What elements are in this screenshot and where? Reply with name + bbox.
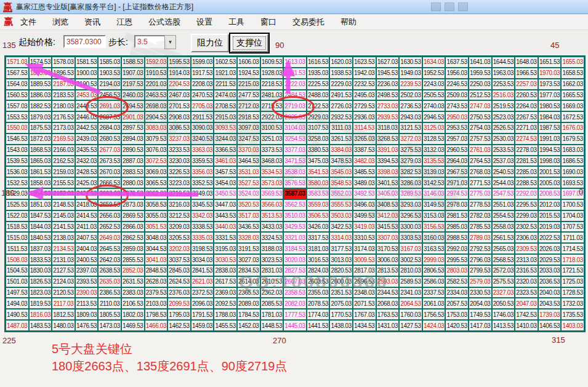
- gann-cell-r8-c5[interactable]: 2890.53: [122, 145, 144, 155]
- gann-cell-r7-c9[interactable]: 3244.03: [214, 134, 236, 144]
- gann-cell-r17-c23[interactable]: 2026.03: [539, 244, 561, 253]
- gann-cell-r0-c19[interactable]: 1637.53: [446, 57, 468, 67]
- gann-cell-r23-c22[interactable]: 1742.53: [515, 309, 538, 319]
- gann-cell-r11-c1[interactable]: 1858.03: [30, 178, 52, 188]
- gann-cell-r4-c15[interactable]: 2729.53: [353, 101, 376, 111]
- gann-cell-r22-c5[interactable]: 2106.53: [122, 298, 144, 308]
- gann-cell-r10-c4[interactable]: 2670.03: [99, 167, 121, 177]
- gann-cell-r10-c2[interactable]: 2159.03: [52, 167, 75, 177]
- gann-cell-r5-c8[interactable]: 2911.53: [191, 112, 214, 122]
- gann-cell-r14-c23[interactable]: 2015.53: [539, 211, 561, 221]
- gann-cell-r22-c7[interactable]: 2099.53: [168, 298, 190, 308]
- gann-cell-r13-c11[interactable]: 3566.03: [261, 200, 283, 210]
- gann-cell-r15-c16[interactable]: 3415.53: [377, 222, 399, 232]
- gann-cell-r8-c24[interactable]: 1683.03: [562, 145, 584, 155]
- gann-cell-r9-c4[interactable]: 2673.53: [99, 156, 121, 166]
- gann-cell-r15-c14[interactable]: 3422.53: [330, 222, 352, 232]
- gann-cell-r2-c23[interactable]: 1973.53: [539, 79, 561, 89]
- gann-cell-r5-c12[interactable]: 2925.53: [284, 112, 306, 122]
- gann-cell-r11-c10[interactable]: 3527.53: [238, 178, 260, 188]
- gann-cell-r21-c7[interactable]: 2376.03: [168, 288, 190, 298]
- gann-cell-r13-c1[interactable]: 1851.03: [30, 200, 52, 210]
- gann-cell-r22-c6[interactable]: 2103.03: [145, 298, 167, 308]
- gann-cell-r16-c8[interactable]: 3335.03: [191, 233, 214, 242]
- gann-cell-r0-c6[interactable]: 1592.03: [145, 57, 167, 67]
- gann-cell-r16-c16[interactable]: 3307.03: [377, 233, 399, 242]
- gann-cell-r14-c1[interactable]: 1847.53: [30, 211, 52, 221]
- gann-cell-r2-c19[interactable]: 2246.53: [446, 79, 468, 89]
- gann-cell-r18-c15[interactable]: 3009.53: [353, 255, 376, 265]
- gann-cell-r18-c23[interactable]: 2029.53: [539, 255, 561, 265]
- gann-cell-r9-c5[interactable]: 2887.03: [122, 156, 144, 166]
- gann-cell-r22-c11[interactable]: 2085.53: [261, 298, 283, 308]
- gann-cell-r12-c16[interactable]: 3405.03: [377, 189, 399, 199]
- gann-cell-r21-c1[interactable]: 1823.03: [30, 288, 52, 298]
- gann-cell-r21-c15[interactable]: 2348.03: [353, 288, 376, 298]
- gann-cell-r18-c24[interactable]: 1718.03: [562, 255, 584, 265]
- gann-cell-r3-c11[interactable]: 2481.03: [261, 90, 283, 100]
- gann-cell-r6-c14[interactable]: 3111.03: [330, 123, 352, 133]
- gann-cell-r7-c23[interactable]: 1991.03: [539, 134, 561, 144]
- gann-cell-r23-c11[interactable]: 1781.03: [261, 309, 283, 319]
- gann-cell-r15-c22[interactable]: 2302.53: [515, 222, 538, 232]
- gann-cell-r9-c7[interactable]: 3230.03: [168, 156, 190, 166]
- gann-cell-r18-c18[interactable]: 2999.03: [423, 255, 445, 265]
- gann-cell-r18-c14[interactable]: 3013.03: [330, 255, 352, 265]
- gann-cell-r20-c6[interactable]: 2628.03: [145, 277, 167, 287]
- gann-cell-r14-c3[interactable]: 2414.53: [76, 211, 98, 221]
- gann-cell-r24-c4[interactable]: 1473.03: [99, 321, 121, 330]
- gann-cell-r23-c5[interactable]: 1802.03: [122, 309, 144, 319]
- gann-cell-r6-c23[interactable]: 1987.53: [539, 123, 561, 133]
- gann-cell-r5-c23[interactable]: 1984.03: [539, 112, 561, 122]
- gann-cell-r14-c11[interactable]: 3513.53: [261, 211, 283, 221]
- gann-cell-r6-c17[interactable]: 3121.53: [400, 123, 422, 133]
- gann-cell-r6-c8[interactable]: 3090.03: [191, 123, 214, 133]
- gann-cell-r7-c24[interactable]: 1679.53: [562, 134, 584, 144]
- gann-cell-r16-c3[interactable]: 2407.53: [76, 233, 98, 242]
- gann-cell-r15-c1[interactable]: 1844.03: [30, 222, 52, 232]
- gann-cell-r22-c8[interactable]: 2096.03: [191, 298, 214, 308]
- gann-cell-r16-c1[interactable]: 1840.53: [30, 233, 52, 242]
- gann-cell-r11-c18[interactable]: 3142.53: [423, 178, 445, 188]
- gann-cell-r1-c17[interactable]: 1949.03: [400, 68, 422, 78]
- gann-cell-r10-c11[interactable]: 3534.53: [261, 167, 283, 177]
- gann-cell-r14-c19[interactable]: 2981.53: [446, 211, 468, 221]
- gann-cell-r20-c1[interactable]: 1826.53: [30, 277, 52, 287]
- gann-cell-r21-c14[interactable]: 2351.53: [330, 288, 352, 298]
- gann-cell-r15-c6[interactable]: 3051.53: [145, 222, 167, 232]
- gann-cell-r10-c19[interactable]: 2967.53: [446, 167, 468, 177]
- gann-cell-r5-c24[interactable]: 1672.53: [562, 112, 584, 122]
- gann-cell-r6-c21[interactable]: 2526.53: [493, 123, 515, 133]
- gann-cell-r5-c9[interactable]: 2915.03: [214, 112, 236, 122]
- gann-cell-r13-c6[interactable]: 3058.53: [145, 200, 167, 210]
- gann-cell-r9-c11[interactable]: 3468.03: [261, 156, 283, 166]
- gann-cell-r1-c14[interactable]: 1938.53: [330, 68, 352, 78]
- gann-cell-r8-c14[interactable]: 3384.03: [330, 145, 352, 155]
- gann-cell-r23-c10[interactable]: 1784.53: [238, 309, 260, 319]
- gann-cell-r3-c5[interactable]: 2460.03: [122, 90, 144, 100]
- gann-cell-r1-c19[interactable]: 1956.03: [446, 68, 468, 78]
- gann-cell-r6-c9[interactable]: 3093.53: [214, 123, 236, 133]
- gann-cell-r20-c24[interactable]: 1725.03: [562, 277, 584, 287]
- gann-cell-r7-c2[interactable]: 2169.53: [52, 134, 75, 144]
- gann-cell-r15-c3[interactable]: 2411.03: [76, 222, 98, 232]
- gann-cell-r17-c3[interactable]: 2404.03: [76, 244, 98, 253]
- gann-cell-r24-c16[interactable]: 1431.03: [377, 321, 399, 330]
- gann-cell-r12-c12[interactable]: 3587.03: [284, 189, 306, 199]
- gann-cell-r21-c22[interactable]: 2323.53: [515, 288, 538, 298]
- gann-cell-r11-c2[interactable]: 2155.53: [52, 178, 75, 188]
- gann-cell-r5-c13[interactable]: 2929.03: [307, 112, 329, 122]
- gann-cell-r11-c11[interactable]: 3573.03: [261, 178, 283, 188]
- gann-cell-r6-c20[interactable]: 2754.03: [469, 123, 491, 133]
- gann-cell-r2-c7[interactable]: 2204.53: [168, 79, 190, 89]
- gann-cell-r7-c4[interactable]: 2680.53: [99, 134, 121, 144]
- gann-cell-r22-c10[interactable]: 2089.03: [238, 298, 260, 308]
- gann-cell-r5-c11[interactable]: 2922.03: [261, 112, 283, 122]
- gann-cell-r6-c15[interactable]: 3114.53: [353, 123, 376, 133]
- gann-cell-r19-c17[interactable]: 2810.03: [400, 266, 422, 276]
- gann-cell-r12-c21[interactable]: 2547.53: [493, 189, 515, 199]
- gann-cell-r23-c18[interactable]: 1756.53: [423, 309, 445, 319]
- close-button[interactable]: [458, 2, 468, 11]
- gann-cell-r9-c6[interactable]: 3072.53: [145, 156, 167, 166]
- gann-cell-r0-c3[interactable]: 1581.53: [76, 57, 98, 67]
